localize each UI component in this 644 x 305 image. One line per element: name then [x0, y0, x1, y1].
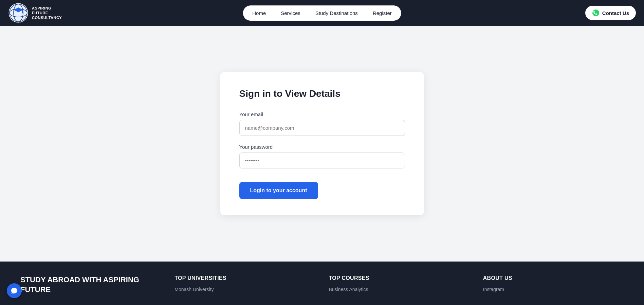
password-label: Your password — [239, 144, 405, 150]
nav-study-destinations[interactable]: Study Destinations — [309, 7, 365, 19]
footer-about-title: About Us — [483, 275, 624, 281]
footer-courses-title: Top Courses — [329, 275, 470, 281]
login-form: Your email Your password Login to your a… — [239, 111, 405, 199]
password-input[interactable] — [239, 152, 405, 168]
chat-float-button[interactable] — [7, 283, 22, 298]
svg-point-8 — [592, 10, 599, 16]
main-nav: Home Services Study Destinations Registe… — [243, 5, 401, 21]
chat-icon — [11, 287, 18, 294]
email-input[interactable] — [239, 120, 405, 136]
logo-icon — [8, 3, 29, 23]
svg-point-7 — [22, 12, 23, 14]
footer-col-universities: TOP Universities Monash University — [174, 275, 315, 295]
footer-link-instagram[interactable]: Instagram — [483, 287, 624, 292]
login-card: Sign in to View Details Your email Your … — [220, 72, 424, 215]
footer-col-brand: STUDY ABROAD WITH ASPIRING FUTURE — [20, 275, 161, 295]
footer-grid: STUDY ABROAD WITH ASPIRING FUTURE TOP Un… — [20, 275, 624, 295]
logo-text: ASPIRING FUTURE CONSULTANCY — [32, 6, 62, 20]
footer-col-about: About Us Instagram — [483, 275, 624, 295]
login-title: Sign in to View Details — [239, 88, 405, 99]
footer-col-courses: Top Courses Business Analytics — [329, 275, 470, 295]
password-group: Your password — [239, 144, 405, 168]
contact-label: Contact Us — [602, 10, 629, 16]
logo-area: ASPIRING FUTURE CONSULTANCY — [8, 3, 66, 23]
login-button[interactable]: Login to your account — [239, 182, 318, 199]
email-label: Your email — [239, 111, 405, 117]
contact-us-button[interactable]: Contact Us — [585, 6, 636, 20]
nav-container: Home Services Study Destinations Registe… — [243, 5, 401, 21]
footer-tagline: STUDY ABROAD WITH ASPIRING FUTURE — [20, 275, 161, 294]
main-content: Sign in to View Details Your email Your … — [0, 26, 644, 262]
nav-register[interactable]: Register — [366, 7, 399, 19]
whatsapp-icon — [592, 9, 600, 17]
header: ASPIRING FUTURE CONSULTANCY Home Service… — [0, 0, 644, 26]
footer-link-monash[interactable]: Monash University — [174, 287, 315, 292]
footer-link-business-analytics[interactable]: Business Analytics — [329, 287, 470, 292]
nav-home[interactable]: Home — [245, 7, 273, 19]
footer-universities-title: TOP Universities — [174, 275, 315, 281]
footer: STUDY ABROAD WITH ASPIRING FUTURE TOP Un… — [0, 262, 644, 305]
email-group: Your email — [239, 111, 405, 136]
nav-services[interactable]: Services — [274, 7, 307, 19]
